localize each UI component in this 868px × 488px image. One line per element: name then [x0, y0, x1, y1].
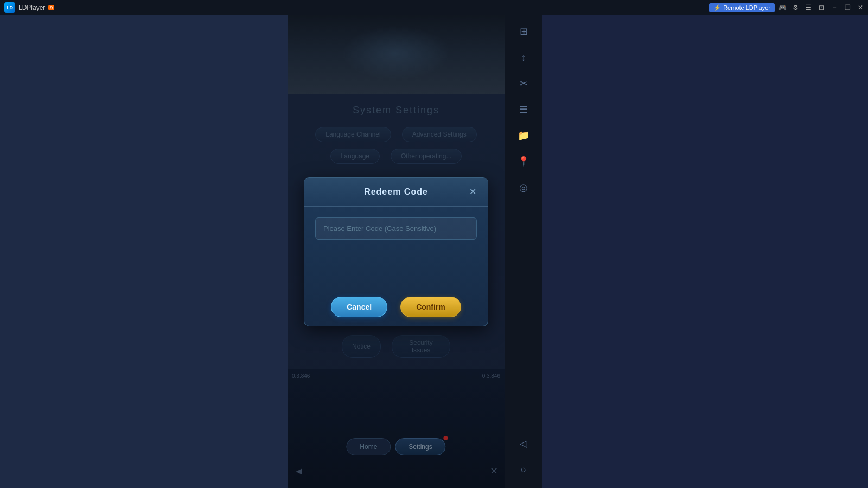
dialog-title: Redeem Code [326, 187, 466, 197]
sidebar-icon-target[interactable]: ◎ [512, 176, 535, 200]
close-button[interactable]: ✕ [855, 2, 866, 13]
sidebar-icon-menu[interactable]: ☰ [512, 98, 535, 121]
confirm-button[interactable]: Confirm [400, 297, 461, 317]
restore-button[interactable]: ❐ [842, 2, 853, 13]
right-sidebar: ⊞ ↕ ✂ ☰ 📁 📍 ◎ ◁ ○ [505, 15, 542, 488]
game-panel: System Settings Language Channel Advance… [288, 15, 505, 488]
title-bar: LD LDPlayer 9 ⚡ Remote LDPlayer 🎮 ⚙ ☰ ⊡ … [0, 0, 868, 15]
minimize-button[interactable]: − [829, 2, 840, 13]
dialog-header: Redeem Code ✕ [304, 178, 488, 207]
title-bar-left: LD LDPlayer 9 [0, 2, 54, 13]
app-logo: LD [4, 2, 15, 13]
title-bar-right: ⚡ Remote LDPlayer 🎮 ⚙ ☰ ⊡ − ❐ ✕ [709, 2, 868, 13]
sidebar-icon-cut[interactable]: ✂ [512, 72, 535, 95]
remote-button[interactable]: ⚡ Remote LDPlayer [709, 3, 775, 12]
remote-icon: ⚡ [713, 4, 721, 11]
dialog-body [304, 207, 488, 290]
left-panel [0, 15, 288, 488]
main-area: System Settings Language Channel Advance… [0, 15, 868, 488]
gamepad-icon[interactable]: 🎮 [777, 2, 788, 13]
sidebar-icon-back[interactable]: ◁ [512, 432, 535, 455]
dialog-close-button[interactable]: ✕ [466, 185, 479, 198]
remote-label: Remote LDPlayer [723, 4, 770, 11]
dialog-overlay: Redeem Code ✕ Cancel Confirm [288, 15, 505, 488]
sidebar-icon-folder[interactable]: 📁 [512, 124, 535, 147]
sidebar-icon-circle[interactable]: ○ [512, 458, 535, 481]
sidebar-icon-grid[interactable]: ⊞ [512, 20, 535, 43]
redeem-code-input[interactable] [315, 217, 477, 240]
app-name: LDPlayer [18, 4, 45, 11]
settings-icon[interactable]: ⚙ [790, 2, 801, 13]
redeem-code-dialog: Redeem Code ✕ Cancel Confirm [304, 177, 488, 326]
resize-icon[interactable]: ⊡ [816, 2, 827, 13]
sidebar-icon-location[interactable]: 📍 [512, 150, 535, 174]
sidebar-bottom: ◁ ○ [512, 432, 535, 488]
app-version: 9 [48, 5, 54, 10]
menu-icon[interactable]: ☰ [803, 2, 814, 13]
dialog-footer: Cancel Confirm [304, 290, 488, 326]
sidebar-icon-resize[interactable]: ↕ [512, 46, 535, 69]
cancel-button[interactable]: Cancel [331, 297, 387, 317]
input-spacer [315, 248, 477, 281]
